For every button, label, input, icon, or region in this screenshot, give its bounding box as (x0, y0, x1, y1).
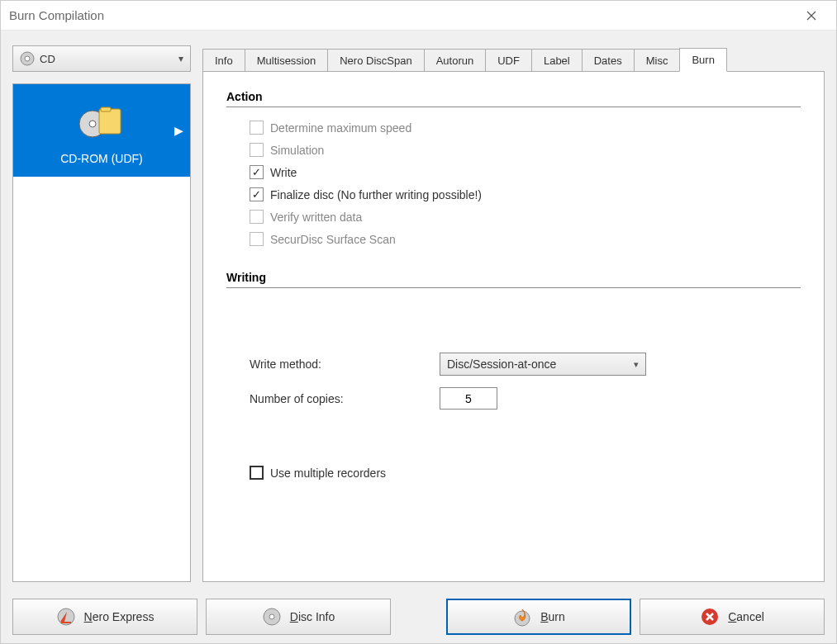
row-write-method: Write method: Disc/Session-at-once ▾ (250, 353, 801, 376)
checkbox-icon (250, 466, 264, 480)
svg-point-8 (269, 614, 274, 619)
tab-burn[interactable]: Burn (679, 48, 726, 72)
burn-icon (512, 607, 532, 627)
footer-buttons: NNero Expressero Express DDisc Infoisc I… (1, 590, 836, 643)
tab-autorun[interactable]: Autorun (424, 49, 487, 72)
checkbox-label: Verify written data (270, 211, 362, 224)
cancel-icon (700, 607, 720, 627)
row-copies: Number of copies: (250, 387, 801, 410)
tab-discspan[interactable]: Nero DiscSpan (327, 49, 424, 72)
svg-rect-4 (99, 109, 121, 134)
compilation-type-label: CD-ROM (UDF) (60, 152, 143, 165)
section-action-header: Action (226, 90, 801, 107)
checkbox-label: Finalize disc (No further writing possib… (270, 188, 482, 201)
disc-info-icon (262, 607, 282, 627)
svg-point-1 (25, 56, 30, 61)
tab-dates[interactable]: Dates (582, 49, 635, 72)
button-label: BBurnurn (540, 610, 565, 623)
write-method-label: Write method: (250, 358, 440, 371)
nero-express-button[interactable]: NNero Expressero Express (12, 599, 197, 635)
write-method-select[interactable]: Disc/Session-at-once ▾ (440, 353, 646, 376)
chevron-down-icon: ▾ (634, 359, 639, 370)
chevron-down-icon: ▾ (178, 53, 183, 64)
disc-type-label: CD (40, 53, 55, 65)
tab-bar: Info Multisession Nero DiscSpan Autorun … (202, 45, 825, 72)
checkbox-icon (250, 143, 264, 157)
play-arrow-icon: ▶ (174, 124, 183, 137)
checkbox-label: Determine maximum speed (270, 121, 411, 135)
button-label: NNero Expressero Express (84, 610, 155, 623)
checkbox-icon (250, 210, 264, 224)
nero-express-icon (56, 607, 76, 627)
svg-point-3 (89, 121, 96, 127)
checkbox-icon-checked (250, 187, 264, 201)
tab-multisession[interactable]: Multisession (245, 49, 329, 72)
burn-button[interactable]: BBurnurn (446, 599, 631, 635)
section-writing-header: Writing (226, 271, 801, 288)
checkbox-icon-checked (250, 165, 264, 179)
copies-input[interactable] (440, 387, 497, 410)
copies-label: Number of copies: (250, 392, 440, 405)
tab-label[interactable]: Label (531, 49, 583, 72)
compilation-type-list: ▶ CD-ROM (UDF) (12, 83, 191, 582)
disc-type-dropdown[interactable]: CD ▾ (12, 45, 191, 72)
button-label: DDisc Infoisc Info (290, 610, 335, 623)
close-button[interactable] (795, 3, 828, 28)
tab-misc[interactable]: Misc (634, 49, 681, 72)
checkbox-label: Simulation (270, 144, 324, 157)
cancel-button[interactable]: CCancelancel (640, 599, 825, 635)
checkbox-simulation: Simulation (250, 143, 801, 157)
compilation-type-item-selected[interactable]: ▶ CD-ROM (UDF) (13, 84, 190, 177)
checkbox-securdisc: SecurDisc Surface Scan (250, 232, 801, 246)
checkbox-icon (250, 121, 264, 135)
checkbox-write[interactable]: Write (250, 165, 801, 179)
tab-udf[interactable]: UDF (485, 49, 532, 72)
tab-panel-burn: Action Determine maximum speed Simulatio… (202, 71, 825, 582)
window-title: Burn Compilation (9, 8, 104, 22)
disc-info-button[interactable]: DDisc Infoisc Info (206, 599, 391, 635)
checkbox-label: SecurDisc Surface Scan (270, 233, 396, 246)
checkbox-verify: Verify written data (250, 210, 801, 224)
cdrom-udf-icon (78, 101, 126, 140)
titlebar: Burn Compilation (1, 1, 836, 31)
button-label: CCancelancel (728, 610, 764, 623)
checkbox-label: Use multiple recorders (270, 466, 386, 480)
svg-rect-5 (101, 107, 111, 111)
tab-info[interactable]: Info (202, 49, 245, 72)
disc-icon (20, 51, 35, 66)
checkbox-multi-recorders[interactable]: Use multiple recorders (250, 466, 801, 480)
checkbox-determine-speed: Determine maximum speed (250, 121, 801, 135)
write-method-value: Disc/Session-at-once (447, 358, 556, 371)
checkbox-label: Write (270, 166, 297, 179)
checkbox-finalize[interactable]: Finalize disc (No further writing possib… (250, 187, 801, 201)
checkbox-icon (250, 232, 264, 246)
